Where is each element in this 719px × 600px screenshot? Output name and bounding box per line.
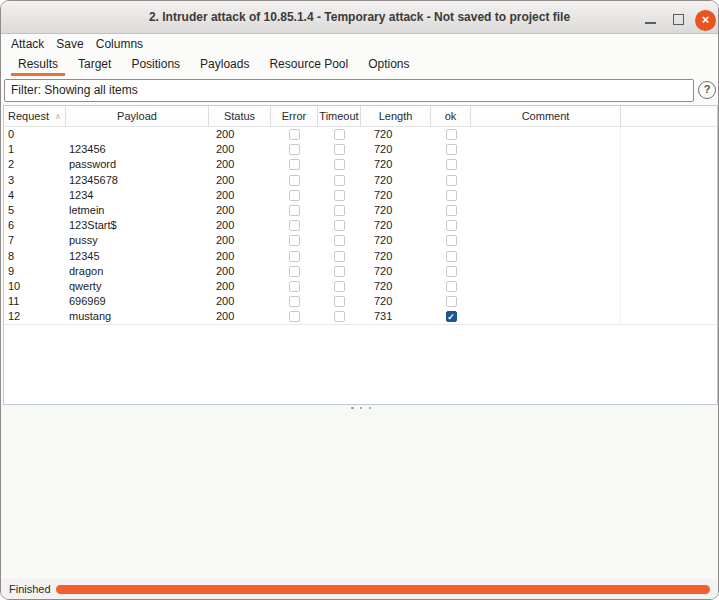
- timeout-checkbox[interactable]: [334, 266, 345, 277]
- splitter-handle[interactable]: [351, 406, 371, 410]
- table-row[interactable]: 312345678200720: [4, 173, 717, 188]
- timeout-checkbox[interactable]: [334, 129, 345, 140]
- table-row[interactable]: 12mustang200731✓: [4, 309, 717, 324]
- cell-payload: 12345: [66, 249, 209, 264]
- error-checkbox[interactable]: [289, 266, 300, 277]
- header-cell-length[interactable]: Length: [361, 106, 431, 126]
- cell-request: 5: [4, 203, 66, 218]
- menu-item-attack[interactable]: Attack: [5, 34, 50, 54]
- table-row[interactable]: 9dragon200720: [4, 264, 717, 279]
- error-checkbox[interactable]: [289, 220, 300, 231]
- cell-extra: [621, 309, 717, 324]
- header-cell-comment[interactable]: Comment: [471, 106, 621, 126]
- maximize-button[interactable]: [673, 14, 684, 25]
- timeout-checkbox[interactable]: [334, 235, 345, 246]
- error-checkbox[interactable]: [289, 175, 300, 186]
- table-row[interactable]: 10qwerty200720: [4, 279, 717, 294]
- minimize-button[interactable]: [645, 22, 656, 24]
- tab-resource-pool[interactable]: Resource Pool: [262, 55, 355, 76]
- ok-checkbox[interactable]: [446, 159, 457, 170]
- timeout-checkbox[interactable]: [334, 190, 345, 201]
- cell-status: 200: [209, 309, 271, 324]
- timeout-checkbox[interactable]: [334, 251, 345, 262]
- ok-checkbox[interactable]: [446, 220, 457, 231]
- table-row[interactable]: 6123Start$200720: [4, 218, 717, 233]
- timeout-checkbox[interactable]: [334, 296, 345, 307]
- cell-comment: [471, 173, 621, 188]
- header-cell-error[interactable]: Error: [271, 106, 318, 126]
- error-checkbox[interactable]: [289, 159, 300, 170]
- lower-pane: [1, 405, 718, 579]
- error-checkbox[interactable]: [289, 235, 300, 246]
- ok-checkbox[interactable]: [446, 175, 457, 186]
- cell-error: [271, 249, 318, 264]
- ok-checkbox[interactable]: [446, 281, 457, 292]
- window-title: 2. Intruder attack of 10.85.1.4 - Tempor…: [1, 1, 718, 34]
- timeout-checkbox[interactable]: [334, 220, 345, 231]
- menu-item-columns[interactable]: Columns: [90, 34, 149, 54]
- error-checkbox[interactable]: [289, 205, 300, 216]
- header-cell-status[interactable]: Status: [209, 106, 271, 126]
- header-cell-ok[interactable]: ok: [431, 106, 471, 126]
- ok-checkbox[interactable]: [446, 205, 457, 216]
- error-checkbox[interactable]: [289, 129, 300, 140]
- cell-error: [271, 279, 318, 294]
- header-label: Payload: [117, 110, 157, 122]
- timeout-checkbox[interactable]: [334, 144, 345, 155]
- ok-checkbox[interactable]: [446, 129, 457, 140]
- timeout-checkbox[interactable]: [334, 311, 345, 322]
- status-bar: Finished: [1, 579, 718, 600]
- ok-checkbox[interactable]: [446, 251, 457, 262]
- error-checkbox[interactable]: [289, 144, 300, 155]
- ok-checkbox[interactable]: [446, 266, 457, 277]
- timeout-checkbox[interactable]: [334, 159, 345, 170]
- header-cell-payload[interactable]: Payload: [66, 106, 209, 126]
- tab-target[interactable]: Target: [71, 55, 118, 76]
- header-cell-timeout[interactable]: Timeout: [318, 106, 361, 126]
- cell-request: 3: [4, 173, 66, 188]
- filter-bar[interactable]: Filter: Showing all items: [4, 79, 694, 102]
- tab-payloads[interactable]: Payloads: [193, 55, 256, 76]
- error-checkbox[interactable]: [289, 190, 300, 201]
- cell-timeout: [318, 218, 361, 233]
- cell-error: [271, 173, 318, 188]
- splitter-dot: [369, 407, 372, 410]
- help-icon[interactable]: ?: [698, 81, 716, 99]
- error-checkbox[interactable]: [289, 281, 300, 292]
- cell-payload: qwerty: [66, 279, 209, 294]
- error-checkbox[interactable]: [289, 251, 300, 262]
- table-row[interactable]: 2password200720: [4, 157, 717, 172]
- results-table: Request∧PayloadStatusErrorTimeoutLengtho…: [3, 105, 718, 405]
- timeout-checkbox[interactable]: [334, 205, 345, 216]
- cell-request: 10: [4, 279, 66, 294]
- ok-checkbox[interactable]: [446, 296, 457, 307]
- table-row[interactable]: 0200720: [4, 127, 717, 142]
- cell-error: [271, 264, 318, 279]
- cell-extra: [621, 173, 717, 188]
- header-cell-request[interactable]: Request∧: [4, 106, 66, 126]
- tab-positions[interactable]: Positions: [124, 55, 187, 76]
- error-checkbox[interactable]: [289, 296, 300, 307]
- ok-checkbox[interactable]: ✓: [446, 311, 457, 322]
- menu-item-save[interactable]: Save: [50, 34, 89, 54]
- timeout-checkbox[interactable]: [334, 175, 345, 186]
- table-body: 020072011234562007202password20072031234…: [4, 127, 717, 325]
- table-row[interactable]: 812345200720: [4, 249, 717, 264]
- error-checkbox[interactable]: [289, 311, 300, 322]
- table-row[interactable]: 41234200720: [4, 188, 717, 203]
- close-button[interactable]: ×: [695, 10, 716, 31]
- header-cell-extra[interactable]: [621, 106, 717, 126]
- table-row[interactable]: 7pussy200720: [4, 233, 717, 248]
- cell-comment: [471, 188, 621, 203]
- cell-timeout: [318, 157, 361, 172]
- tab-results[interactable]: Results: [11, 55, 65, 76]
- table-row[interactable]: 5letmein200720: [4, 203, 717, 218]
- table-row[interactable]: 1123456200720: [4, 142, 717, 157]
- cell-ok: [431, 142, 471, 157]
- table-row[interactable]: 11696969200720: [4, 294, 717, 309]
- ok-checkbox[interactable]: [446, 190, 457, 201]
- ok-checkbox[interactable]: [446, 144, 457, 155]
- tab-options[interactable]: Options: [361, 55, 416, 76]
- ok-checkbox[interactable]: [446, 235, 457, 246]
- timeout-checkbox[interactable]: [334, 281, 345, 292]
